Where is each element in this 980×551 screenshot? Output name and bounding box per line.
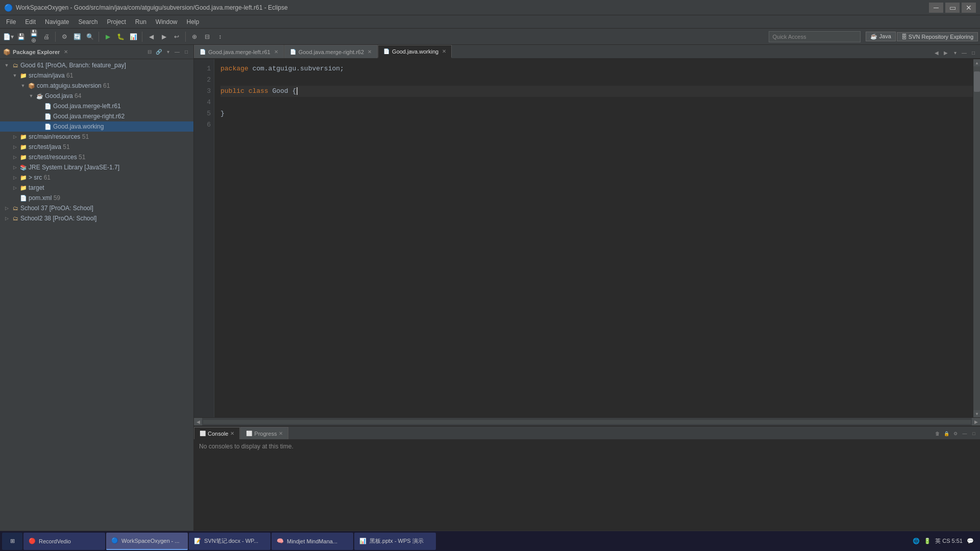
bottom-tab-console[interactable]: ⬜Console✕ xyxy=(194,427,240,439)
toolbar-debug-btn[interactable]: 🐛 xyxy=(114,31,127,43)
toolbar-new-btn[interactable]: 📄▾ xyxy=(2,31,14,43)
bottom-tab-close-btn[interactable]: ✕ xyxy=(230,431,234,436)
tree-item-pkg[interactable]: ▼📦com.atguigu.subversion 61 xyxy=(0,81,193,91)
minimize-button[interactable]: ─ xyxy=(929,3,943,13)
scroll-track[interactable] xyxy=(973,66,980,410)
sidebar-min-btn[interactable]: — xyxy=(173,48,181,56)
taskbar-workspaceoxygen[interactable]: 🔵 WorkSpaceOxygen - ... xyxy=(106,533,188,550)
sidebar-menu-btn[interactable]: ▾ xyxy=(164,48,172,56)
menu-edit[interactable]: Edit xyxy=(21,17,40,27)
close-button[interactable]: ✕ xyxy=(962,3,976,13)
toolbar-search-btn[interactable]: 🔍 xyxy=(84,31,96,43)
tree-item-school[interactable]: ▷🗂School 37 [ProOA: School] xyxy=(0,203,193,213)
tree-item-working[interactable]: 📄Good.java.working xyxy=(0,121,193,132)
tab-close-btn[interactable]: ✕ xyxy=(274,49,278,55)
toolbar-misc1-btn[interactable]: ⊕ xyxy=(188,31,201,43)
scroll-up-btn[interactable]: ▲ xyxy=(973,59,980,66)
tab-close-btn[interactable]: ✕ xyxy=(442,48,446,54)
tab-close-btn[interactable]: ✕ xyxy=(368,49,372,55)
bottom-tab-close-btn[interactable]: ✕ xyxy=(279,431,283,436)
h-scroll-track[interactable] xyxy=(203,420,971,424)
tree-item-merge-right[interactable]: 📄Good.java.merge-right.r62 xyxy=(0,111,193,121)
editor-tab-tab2[interactable]: 📄Good.java.merge-right.r62✕ xyxy=(284,45,377,58)
tree-item-school2[interactable]: ▷🗂School2 38 [ProOA: School] xyxy=(0,213,193,223)
console-settings-btn[interactable]: ⚙ xyxy=(951,430,960,438)
tree-item-merge-left[interactable]: 📄Good.java.merge-left.r61 xyxy=(0,101,193,111)
perspective-java-btn[interactable]: ☕ Java xyxy=(866,32,895,41)
perspective-svn-btn[interactable]: 🗄 SVN Repository Exploring xyxy=(897,32,978,41)
menu-project[interactable]: Project xyxy=(103,17,130,27)
toolbar-save-all-btn[interactable]: 💾⊕ xyxy=(28,31,40,43)
taskbar-blackboard[interactable]: 📊 黑板.pptx - WPS 演示 xyxy=(354,533,436,550)
editor-max-btn[interactable]: □ xyxy=(969,48,978,57)
taskbar-recordvedio[interactable]: 🔴 RecordVedio xyxy=(23,533,105,550)
menu-navigate[interactable]: Navigate xyxy=(41,17,73,27)
mindjet-icon: 🧠 xyxy=(277,538,284,544)
toolbar-misc3-btn[interactable]: ↕ xyxy=(214,31,226,43)
tree-item-target[interactable]: ▷📁target xyxy=(0,183,193,193)
tree-item-good-java[interactable]: ▼☕Good.java 64 xyxy=(0,91,193,101)
maximize-button[interactable]: ▭ xyxy=(945,3,960,13)
toolbar-save-btn[interactable]: 💾 xyxy=(15,31,27,43)
editor-tab-tab3[interactable]: 📄Good.java.working✕ xyxy=(378,45,452,58)
bottom-min-btn[interactable]: — xyxy=(961,430,969,438)
bottom-max-btn[interactable]: □ xyxy=(970,430,978,438)
menu-file[interactable]: File xyxy=(2,17,20,27)
tree-item-src-test-res[interactable]: ▷📁src/test/resources 51 xyxy=(0,152,193,162)
tree-item-src-test-java[interactable]: ▷📁src/test/java 51 xyxy=(0,142,193,152)
tree-icon: 📄 xyxy=(44,122,52,131)
tree-item-pom[interactable]: 📄pom.xml 59 xyxy=(0,193,193,203)
start-button[interactable]: ⊞ xyxy=(2,533,22,550)
toolbar-properties-btn[interactable]: ⚙ xyxy=(58,31,70,43)
toolbar-run-btn[interactable]: ▶ xyxy=(102,31,114,43)
editor-tab-list[interactable]: ▾ xyxy=(950,48,960,57)
editor-min-btn[interactable]: — xyxy=(960,48,969,57)
link-editor-btn[interactable]: 🔗 xyxy=(155,48,163,56)
tree-item-src-main-java[interactable]: ▼📁src/main/java 61 xyxy=(0,70,193,81)
menu-search[interactable]: Search xyxy=(74,17,102,27)
toolbar-forward-btn[interactable]: ▶ xyxy=(158,31,170,43)
menu-run[interactable]: Run xyxy=(131,17,151,27)
code-text xyxy=(244,87,249,95)
tree-item-jre-lib[interactable]: ▷📚JRE System Library [JavaSE-1.7] xyxy=(0,162,193,172)
toolbar-misc2-btn[interactable]: ⊟ xyxy=(201,31,213,43)
tree-label: School 37 [ProOA: School] xyxy=(20,205,93,212)
toolbar-back-btn[interactable]: ◀ xyxy=(145,31,157,43)
line-number-1: 1 xyxy=(194,63,211,74)
taskbar-mindjet[interactable]: 🧠 Mindjet MindMana... xyxy=(272,533,353,550)
horizontal-scrollbar[interactable]: ◀ ▶ xyxy=(194,417,980,425)
toolbar-refactor-btn[interactable]: 🔄 xyxy=(71,31,83,43)
sidebar-tab-close[interactable]: ✕ xyxy=(64,49,68,55)
bottom-tab-progress[interactable]: ⬜Progress✕ xyxy=(240,427,288,439)
scroll-right-btn[interactable]: ▶ xyxy=(972,418,980,426)
tree-item-src-root[interactable]: ▷📁> src 61 xyxy=(0,172,193,183)
svnnotes-icon: 📝 xyxy=(194,538,201,544)
scroll-thumb[interactable] xyxy=(974,71,980,92)
menu-window[interactable]: Window xyxy=(152,17,182,27)
menu-help[interactable]: Help xyxy=(183,17,204,27)
tree-label: target xyxy=(29,184,44,191)
console-clear-btn[interactable]: 🗑 xyxy=(933,430,941,438)
tree-label: com.atguigu.subversion 61 xyxy=(37,82,110,89)
toolbar-run-group: ▶ 🐛 📊 xyxy=(102,31,139,43)
console-scroll-lock-btn[interactable]: 🔒 xyxy=(942,430,950,438)
quick-access-box[interactable]: Quick Access xyxy=(769,31,861,42)
collapse-all-btn[interactable]: ⊟ xyxy=(145,48,154,56)
tree-label: Good.java 64 xyxy=(45,92,81,99)
editor-tab-scroll-left[interactable]: ◀ xyxy=(932,48,941,57)
toolbar-coverage-btn[interactable]: 📊 xyxy=(127,31,139,43)
toolbar-print-btn[interactable]: 🖨 xyxy=(40,31,53,43)
sidebar-max-btn[interactable]: □ xyxy=(182,48,190,56)
taskbar-notification-icon[interactable]: 💬 xyxy=(967,538,974,544)
blackboard-label: 黑板.pptx - WPS 演示 xyxy=(370,537,424,545)
tree-item-root-good[interactable]: ▼🗂Good 61 [ProOA, Branch: feature_pay] xyxy=(0,60,193,70)
taskbar-svnnotes[interactable]: 📝 SVN笔记.docx - WP... xyxy=(189,533,271,550)
editor-tab-scroll-right[interactable]: ▶ xyxy=(941,48,950,57)
scroll-left-btn[interactable]: ◀ xyxy=(194,418,202,426)
editor-tab-tab1[interactable]: 📄Good.java.merge-left.r61✕ xyxy=(194,45,284,58)
scroll-down-btn[interactable]: ▼ xyxy=(973,410,980,417)
toolbar-last-edit-btn[interactable]: ↩ xyxy=(170,31,183,43)
vertical-scrollbar[interactable]: ▲ ▼ xyxy=(973,59,980,417)
code-content[interactable]: package com.atguigu.subversion; public c… xyxy=(214,59,973,417)
tree-item-src-main-res[interactable]: ▷📁src/main/resources 51 xyxy=(0,132,193,142)
